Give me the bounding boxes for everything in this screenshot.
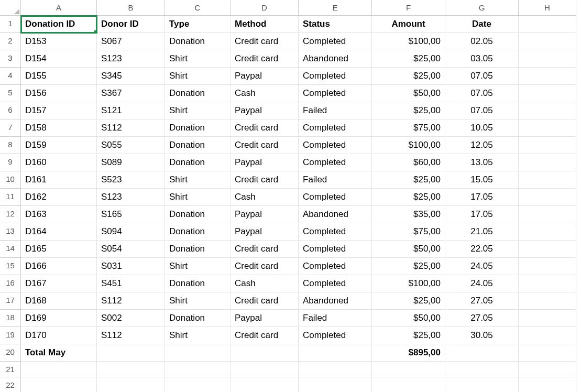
cell-E21[interactable] bbox=[299, 362, 372, 377]
cell-H4[interactable] bbox=[519, 68, 576, 85]
cell-B14[interactable]: S054 bbox=[97, 241, 165, 258]
cell-E15[interactable]: Completed bbox=[299, 258, 372, 275]
cell-E18[interactable]: Failed bbox=[299, 310, 372, 327]
cell-F22[interactable] bbox=[372, 377, 445, 392]
row-header-14[interactable]: 14 bbox=[0, 241, 21, 258]
cell-A1[interactable]: Donation ID bbox=[21, 16, 97, 33]
cell-A9[interactable]: D160 bbox=[21, 154, 97, 171]
cell-F10[interactable]: $25,00 bbox=[372, 171, 445, 189]
cell-A14[interactable]: D165 bbox=[21, 241, 97, 258]
cell-H20[interactable] bbox=[519, 344, 576, 362]
cell-A8[interactable]: D159 bbox=[21, 137, 97, 154]
cell-D6[interactable]: Paypal bbox=[231, 102, 299, 119]
cell-H21[interactable] bbox=[519, 362, 576, 377]
cell-A12[interactable]: D163 bbox=[21, 206, 97, 223]
cell-G7[interactable]: 10.05 bbox=[445, 119, 519, 137]
row-header-7[interactable]: 7 bbox=[0, 119, 21, 137]
cell-E7[interactable]: Completed bbox=[299, 119, 372, 137]
cell-H7[interactable] bbox=[519, 119, 576, 137]
cell-H10[interactable] bbox=[519, 171, 576, 189]
cell-G13[interactable]: 21.05 bbox=[445, 223, 519, 241]
cell-H15[interactable] bbox=[519, 258, 576, 275]
cell-H1[interactable] bbox=[519, 16, 576, 33]
cell-D18[interactable]: Paypal bbox=[231, 310, 299, 327]
cell-A10[interactable]: D161 bbox=[21, 171, 97, 189]
cell-D4[interactable]: Paypal bbox=[231, 68, 299, 85]
cell-G2[interactable]: 02.05 bbox=[445, 33, 519, 50]
cell-B19[interactable]: S112 bbox=[97, 327, 165, 344]
cell-C7[interactable]: Donation bbox=[165, 119, 231, 137]
col-header-G[interactable]: G bbox=[445, 0, 519, 16]
cell-E11[interactable]: Completed bbox=[299, 189, 372, 206]
cell-C8[interactable]: Donation bbox=[165, 137, 231, 154]
cell-H13[interactable] bbox=[519, 223, 576, 241]
cell-H3[interactable] bbox=[519, 50, 576, 68]
cell-B16[interactable]: S451 bbox=[97, 275, 165, 292]
cell-G9[interactable]: 13.05 bbox=[445, 154, 519, 171]
cell-E1[interactable]: Status bbox=[299, 16, 372, 33]
col-header-A[interactable]: A bbox=[21, 0, 97, 16]
cell-G14[interactable]: 22.05 bbox=[445, 241, 519, 258]
cell-D22[interactable] bbox=[231, 377, 299, 392]
cell-F18[interactable]: $50,00 bbox=[372, 310, 445, 327]
cell-A16[interactable]: D167 bbox=[21, 275, 97, 292]
cell-D5[interactable]: Cash bbox=[231, 85, 299, 102]
cell-F12[interactable]: $35,00 bbox=[372, 206, 445, 223]
row-header-13[interactable]: 13 bbox=[0, 223, 21, 241]
cell-A6[interactable]: D157 bbox=[21, 102, 97, 119]
cell-D20[interactable] bbox=[231, 344, 299, 362]
select-all-corner[interactable] bbox=[0, 0, 21, 16]
cell-H8[interactable] bbox=[519, 137, 576, 154]
cell-G5[interactable]: 07.05 bbox=[445, 85, 519, 102]
cell-A13[interactable]: D164 bbox=[21, 223, 97, 241]
cell-D19[interactable]: Credit card bbox=[231, 327, 299, 344]
cell-F6[interactable]: $25,00 bbox=[372, 102, 445, 119]
row-header-2[interactable]: 2 bbox=[0, 33, 21, 50]
cell-H18[interactable] bbox=[519, 310, 576, 327]
cell-H2[interactable] bbox=[519, 33, 576, 50]
cell-E12[interactable]: Abandoned bbox=[299, 206, 372, 223]
cell-B11[interactable]: S123 bbox=[97, 189, 165, 206]
cell-C14[interactable]: Donation bbox=[165, 241, 231, 258]
cell-B13[interactable]: S094 bbox=[97, 223, 165, 241]
cell-D10[interactable]: Credit card bbox=[231, 171, 299, 189]
cell-E14[interactable]: Completed bbox=[299, 241, 372, 258]
cell-E19[interactable]: Completed bbox=[299, 327, 372, 344]
cell-B21[interactable] bbox=[97, 362, 165, 377]
col-header-F[interactable]: F bbox=[372, 0, 445, 16]
cell-E17[interactable]: Abandoned bbox=[299, 292, 372, 310]
cell-D13[interactable]: Paypal bbox=[231, 223, 299, 241]
cell-F13[interactable]: $75,00 bbox=[372, 223, 445, 241]
cell-F5[interactable]: $50,00 bbox=[372, 85, 445, 102]
spreadsheet-grid[interactable]: ABCDEFGH1Donation IDDonor IDTypeMethodSt… bbox=[0, 0, 581, 392]
cell-C20[interactable] bbox=[165, 344, 231, 362]
cell-E13[interactable]: Completed bbox=[299, 223, 372, 241]
cell-F16[interactable]: $100,00 bbox=[372, 275, 445, 292]
row-header-4[interactable]: 4 bbox=[0, 68, 21, 85]
cell-B8[interactable]: S055 bbox=[97, 137, 165, 154]
cell-B18[interactable]: S002 bbox=[97, 310, 165, 327]
cell-A19[interactable]: D170 bbox=[21, 327, 97, 344]
cell-G8[interactable]: 12.05 bbox=[445, 137, 519, 154]
cell-B10[interactable]: S523 bbox=[97, 171, 165, 189]
cell-C9[interactable]: Donation bbox=[165, 154, 231, 171]
cell-G1[interactable]: Date bbox=[445, 16, 519, 33]
cell-C13[interactable]: Donation bbox=[165, 223, 231, 241]
cell-D17[interactable]: Credit card bbox=[231, 292, 299, 310]
cell-G19[interactable]: 30.05 bbox=[445, 327, 519, 344]
cell-A18[interactable]: D169 bbox=[21, 310, 97, 327]
cell-E3[interactable]: Abandoned bbox=[299, 50, 372, 68]
cell-A21[interactable] bbox=[21, 362, 97, 377]
cell-C16[interactable]: Donation bbox=[165, 275, 231, 292]
cell-F15[interactable]: $25,00 bbox=[372, 258, 445, 275]
cell-D16[interactable]: Cash bbox=[231, 275, 299, 292]
cell-F20[interactable]: $895,00 bbox=[372, 344, 445, 362]
cell-H22[interactable] bbox=[519, 377, 576, 392]
cell-B6[interactable]: S121 bbox=[97, 102, 165, 119]
cell-C3[interactable]: Shirt bbox=[165, 50, 231, 68]
cell-D21[interactable] bbox=[231, 362, 299, 377]
cell-B3[interactable]: S123 bbox=[97, 50, 165, 68]
row-header-8[interactable]: 8 bbox=[0, 137, 21, 154]
cell-F17[interactable]: $25,00 bbox=[372, 292, 445, 310]
cell-H5[interactable] bbox=[519, 85, 576, 102]
